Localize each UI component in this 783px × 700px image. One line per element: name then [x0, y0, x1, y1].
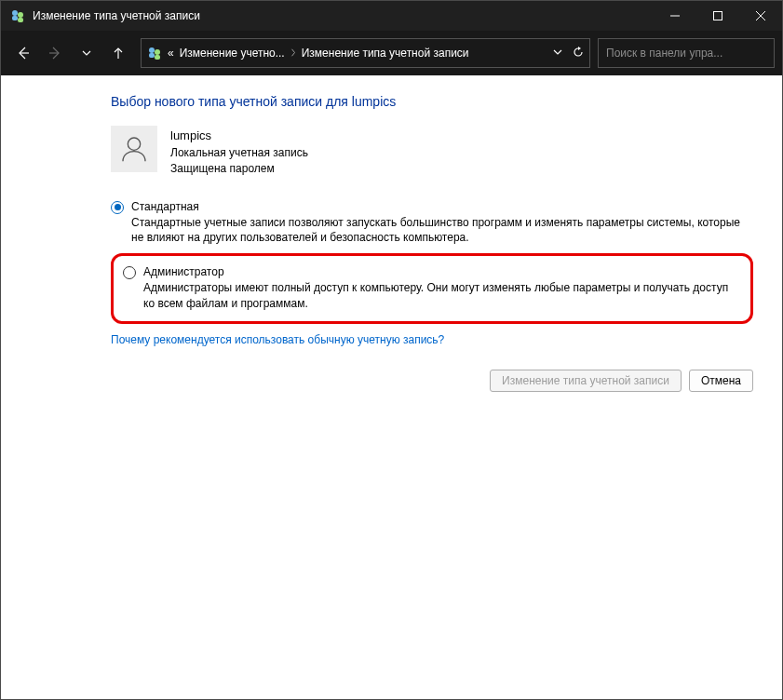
- svg-rect-2: [12, 16, 18, 20]
- window: Изменение типа учетной записи: [0, 0, 783, 700]
- forward-button[interactable]: [40, 38, 70, 68]
- content-area: Выбор нового типа учетной записи для lum…: [1, 75, 782, 699]
- chevron-right-icon: [290, 47, 296, 60]
- option-standard[interactable]: Стандартная Стандартные учетные записи п…: [111, 198, 753, 249]
- app-icon: [10, 8, 25, 23]
- svg-point-11: [149, 47, 155, 53]
- search-input[interactable]: [606, 47, 766, 60]
- back-button[interactable]: [8, 38, 38, 68]
- option-admin-desc: Администраторы имеют полный доступ к ком…: [143, 280, 741, 312]
- option-admin[interactable]: Администратор Администраторы имеют полны…: [123, 263, 741, 314]
- page-heading: Выбор нового типа учетной записи для lum…: [111, 94, 753, 109]
- window-title: Изменение типа учетной записи: [33, 9, 654, 22]
- breadcrumb-item-2[interactable]: Изменение типа учетной записи: [302, 47, 469, 60]
- highlight-admin-option: Администратор Администраторы имеют полны…: [111, 253, 753, 324]
- chevron-down-icon[interactable]: [552, 47, 563, 61]
- svg-point-12: [155, 49, 160, 55]
- breadcrumb[interactable]: « Изменение учетно... Изменение типа уче…: [141, 38, 590, 68]
- cancel-button[interactable]: Отмена: [689, 370, 753, 392]
- titlebar: Изменение типа учетной записи: [1, 1, 782, 31]
- svg-point-0: [12, 10, 18, 16]
- recent-locations-button[interactable]: [72, 38, 101, 68]
- option-standard-desc: Стандартные учетные записи позволяют зап…: [131, 215, 753, 247]
- search-box[interactable]: [598, 38, 775, 68]
- breadcrumb-item-1[interactable]: Изменение учетно...: [180, 47, 285, 60]
- navbar: « Изменение учетно... Изменение типа уче…: [1, 31, 782, 75]
- radio-admin[interactable]: [123, 266, 136, 279]
- radio-standard[interactable]: [111, 201, 124, 214]
- button-row: Изменение типа учетной записи Отмена: [111, 370, 753, 392]
- svg-point-15: [128, 138, 140, 150]
- option-standard-label: Стандартная: [131, 200, 753, 213]
- svg-rect-14: [155, 55, 160, 60]
- user-info: lumpics Локальная учетная запись Защищен…: [170, 126, 308, 178]
- user-account-type: Локальная учетная запись: [170, 145, 308, 161]
- user-name: lumpics: [170, 128, 308, 145]
- account-type-options: Стандартная Стандартные учетные записи п…: [111, 198, 753, 324]
- avatar: [111, 126, 157, 172]
- user-row: lumpics Локальная учетная запись Защищен…: [111, 126, 753, 178]
- svg-point-1: [18, 12, 23, 18]
- svg-rect-3: [18, 18, 23, 22]
- svg-rect-13: [149, 53, 155, 58]
- user-icon: [119, 134, 149, 164]
- up-button[interactable]: [103, 38, 133, 68]
- help-link[interactable]: Почему рекомендуется использовать обычну…: [111, 333, 444, 346]
- minimize-button[interactable]: [654, 1, 696, 31]
- breadcrumb-icon: [147, 46, 162, 61]
- user-password-status: Защищена паролем: [170, 161, 308, 177]
- breadcrumb-prefix: «: [168, 47, 174, 60]
- close-button[interactable]: [739, 1, 782, 31]
- maximize-button[interactable]: [696, 1, 739, 31]
- system-buttons: [654, 1, 782, 31]
- svg-rect-5: [714, 12, 722, 20]
- change-type-button[interactable]: Изменение типа учетной записи: [490, 370, 682, 392]
- refresh-button[interactable]: [573, 47, 584, 61]
- option-admin-label: Администратор: [143, 265, 741, 278]
